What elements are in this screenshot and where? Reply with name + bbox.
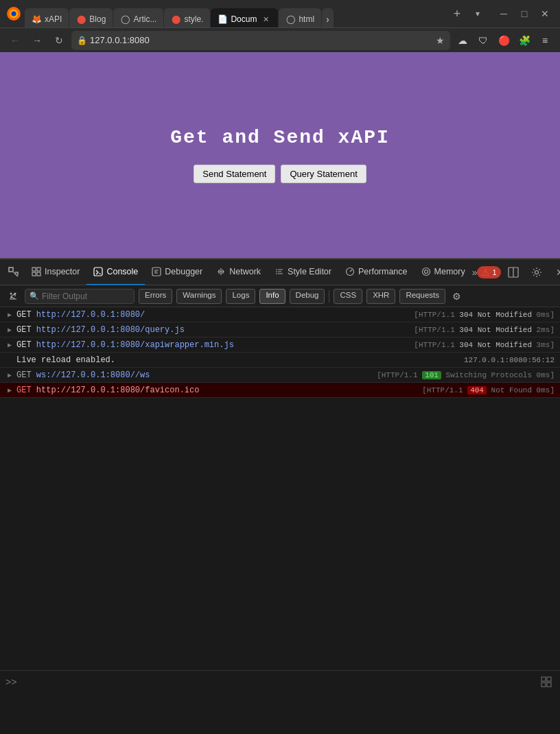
console-icon: [93, 267, 103, 276]
log-row[interactable]: ▶ GET http://127.0.0.1:8080/ [HTTP/1.1 3…: [0, 307, 560, 322]
svg-rect-7: [37, 272, 40, 276]
close-window-button[interactable]: ✕: [535, 4, 555, 23]
devtools-more-tabs[interactable]: »: [472, 263, 478, 282]
new-tab-button[interactable]: +: [447, 4, 467, 23]
button-group: Send Statement Query Statement: [194, 165, 366, 183]
tab-inspector[interactable]: Inspector: [25, 259, 86, 285]
log-row[interactable]: ▶ Live reload enabled. 127.0.0.1:8080:56…: [0, 353, 560, 368]
filter-css-button[interactable]: CSS: [334, 289, 362, 304]
log-url: http://127.0.0.1:8080/: [36, 310, 145, 320]
forward-button[interactable]: →: [27, 31, 47, 50]
browser-tab-blog[interactable]: ⬤ Blog: [69, 8, 113, 27]
address-bar[interactable]: 🔒 127.0.0.1:8080 ★: [71, 31, 450, 50]
log-meta: [HTTP/1.1 304 Not Modified 3ms]: [414, 341, 555, 349]
console-input[interactable]: [19, 677, 535, 687]
tab-debugger[interactable]: Debugger: [145, 259, 209, 285]
bookmark-icon[interactable]: ★: [436, 35, 445, 46]
log-row-error[interactable]: ▶ GET http://127.0.0.1:8080/favicon.ico …: [0, 383, 560, 398]
log-expand-icon[interactable]: ▶: [5, 341, 14, 349]
maximize-button[interactable]: □: [515, 4, 534, 23]
filter-debug-button[interactable]: Debug: [290, 289, 325, 304]
browser-tab-docum[interactable]: 📄 Docum ✕: [211, 8, 278, 27]
devtools-close[interactable]: ✕: [549, 261, 560, 283]
bitwarden-icon[interactable]: 🛡: [474, 31, 493, 50]
filter-input[interactable]: [42, 292, 130, 301]
filter-info-button[interactable]: Info: [259, 289, 285, 304]
network-icon: [216, 267, 226, 276]
minimize-button[interactable]: ─: [494, 4, 513, 23]
reload-button[interactable]: ↻: [49, 31, 69, 50]
log-expand-icon[interactable]: ▶: [5, 326, 14, 334]
tab-favicon-artic: ◯: [120, 14, 130, 24]
log-text-reload: Live reload enabled.: [16, 355, 461, 365]
firefox-icon: [5, 5, 22, 22]
query-statement-button[interactable]: Query Statement: [281, 165, 366, 183]
filter-requests-button[interactable]: Requests: [399, 289, 445, 304]
filter-xhr-button[interactable]: XHR: [366, 289, 395, 304]
console-settings-gear[interactable]: ⚙: [450, 291, 464, 302]
close-devtools-icon: ✕: [556, 267, 560, 278]
filter-warnings-button[interactable]: Warnings: [176, 289, 222, 304]
tab-memory[interactable]: Memory: [415, 259, 472, 285]
devtools-toolbar: Inspector Console Debugger Network: [0, 259, 560, 285]
page-title: Get and Send xAPI: [170, 127, 390, 148]
tab-close-docum[interactable]: ✕: [260, 14, 271, 25]
tab-performance-label: Performance: [358, 267, 408, 276]
send-statement-button[interactable]: Send Statement: [194, 165, 275, 183]
log-expand-icon[interactable]: ▶: [5, 371, 14, 379]
devtools-pick-element[interactable]: [3, 261, 25, 283]
error-badge[interactable]: ⚠ 1: [477, 266, 500, 279]
svg-rect-20: [547, 683, 551, 687]
tab-network[interactable]: Network: [209, 259, 268, 285]
back-button[interactable]: ←: [5, 31, 25, 50]
filter-logs-button[interactable]: Logs: [226, 289, 255, 304]
browser-tab-artic[interactable]: ◯ Artic...: [113, 8, 163, 27]
nav-icons: ☁ 🛡 🔴 🧩 ≡: [453, 31, 555, 50]
window-controls: ─ □ ✕: [494, 4, 555, 23]
tab-label-html: html: [299, 14, 314, 24]
filter-errors-button[interactable]: Errors: [139, 289, 172, 304]
status-code-404: 404: [467, 386, 487, 394]
devtools-settings[interactable]: [526, 261, 548, 283]
log-row[interactable]: ▶ GET http://127.0.0.1:8080/query.js [HT…: [0, 322, 560, 338]
log-expand-icon[interactable]: ▶: [5, 311, 14, 319]
browser-tab-style[interactable]: ⬤ style.: [164, 8, 210, 27]
tab-favicon-docum: 📄: [218, 14, 227, 24]
menu-icon[interactable]: ≡: [535, 31, 555, 50]
browser-tab-overflow[interactable]: ›: [322, 8, 334, 27]
tab-style-editor[interactable]: Style Editor: [268, 259, 338, 285]
vpn-icon[interactable]: 🔴: [494, 31, 513, 50]
svg-rect-6: [32, 272, 36, 276]
tab-favicon-style: ⬤: [171, 14, 180, 24]
tab-network-label: Network: [229, 267, 261, 276]
console-log[interactable]: ▶ GET http://127.0.0.1:8080/ [HTTP/1.1 3…: [0, 307, 560, 670]
console-clear-button[interactable]: [5, 289, 21, 304]
status-code: 304 Not Modified: [459, 341, 532, 349]
browser-tab-xapi[interactable]: 🦊 xAPI: [25, 8, 69, 27]
status-code: 304 Not Modified: [459, 326, 532, 334]
svg-point-16: [14, 292, 16, 294]
browser-tab-html[interactable]: ◯ html: [279, 8, 321, 27]
log-url: http://127.0.0.1:8080/favicon.ico: [36, 386, 200, 395]
pocket-icon[interactable]: ☁: [453, 31, 472, 50]
svg-point-12: [424, 270, 428, 273]
log-row[interactable]: ▶ GET http://127.0.0.1:8080/xapiwrapper.…: [0, 338, 560, 353]
log-text: GET http://127.0.0.1:8080/: [16, 310, 411, 320]
svg-point-2: [11, 11, 16, 16]
tab-overflow-icon: ›: [326, 14, 329, 25]
log-expand-icon[interactable]: ▶: [5, 386, 14, 394]
extensions-icon[interactable]: 🧩: [515, 31, 534, 50]
tab-list-button[interactable]: ▾: [469, 5, 486, 22]
tab-console[interactable]: Console: [86, 259, 145, 285]
console-print-button[interactable]: [538, 674, 555, 690]
devtools-split-view[interactable]: [502, 261, 524, 283]
memory-icon: [421, 267, 431, 276]
log-url: ws://127.0.0.1:8080//ws: [36, 370, 150, 380]
tab-performance[interactable]: Performance: [338, 259, 415, 285]
filter-input-wrap[interactable]: 🔍: [25, 289, 135, 304]
console-input-row: >>: [0, 670, 560, 693]
log-row[interactable]: ▶ GET ws://127.0.0.1:8080//ws [HTTP/1.1 …: [0, 368, 560, 383]
tab-inspector-label: Inspector: [45, 267, 80, 276]
tab-debugger-label: Debugger: [165, 267, 202, 276]
log-url: http://127.0.0.1:8080/xapiwrapper.min.js: [36, 340, 234, 350]
